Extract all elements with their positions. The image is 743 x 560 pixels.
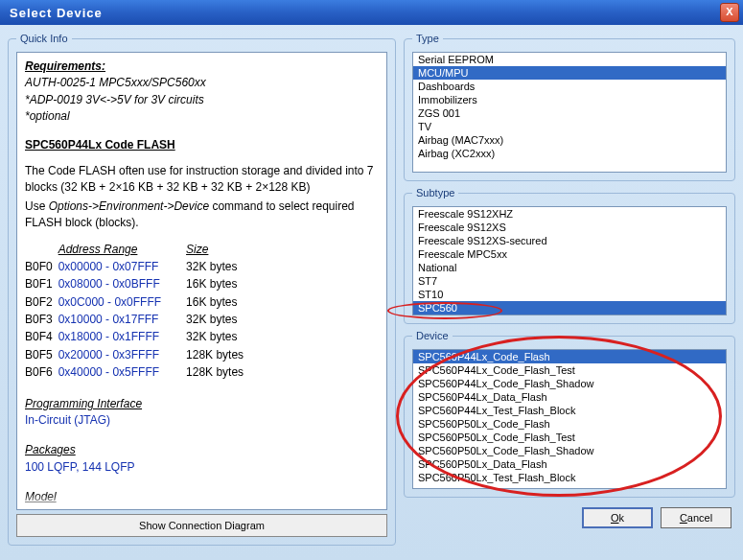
- right-column: Type Serial EEPROMMCU/MPUDashboardsImmob…: [404, 33, 735, 552]
- programming-interface-title: Programming Interface: [25, 396, 379, 412]
- list-item[interactable]: SPC560P44Lx_Code_Flash: [413, 350, 726, 363]
- list-item[interactable]: SPC560P50Lx_Code_Flash_Test: [413, 431, 726, 444]
- list-item[interactable]: SPC560P50Lx_Code_Flash: [413, 417, 726, 431]
- table-row: B0F50x20000 - 0x3FFFF128K bytes: [25, 347, 249, 364]
- close-button[interactable]: X: [720, 3, 739, 22]
- list-item[interactable]: ST7: [413, 274, 726, 288]
- list-item[interactable]: SPC560P44Lx_Test_Flash_Block: [413, 404, 726, 417]
- quick-info-legend: Quick Info: [16, 33, 72, 44]
- list-item[interactable]: Freescale 9S12XS: [413, 221, 726, 234]
- device-listbox[interactable]: SPC560P44Lx_Code_FlashSPC560P44Lx_Code_F…: [412, 349, 727, 489]
- table-row: B0F20x0C000 - 0x0FFFF16K bytes: [25, 294, 249, 312]
- quick-info-text: Requirements: AUTH-0025-1 MPC5xxx/SPC560…: [16, 52, 387, 510]
- device-group: Device SPC560P44Lx_Code_FlashSPC560P44Lx…: [404, 330, 735, 498]
- address-table: Address Range Size B0F00x00000 - 0x07FFF…: [25, 242, 249, 383]
- device-legend: Device: [412, 330, 453, 341]
- list-item[interactable]: SPC560: [413, 301, 726, 315]
- window-title: Select Device: [4, 6, 720, 20]
- table-row: B0F60x40000 - 0x5FFFF128K bytes: [25, 364, 249, 382]
- ok-button[interactable]: Ok: [582, 507, 653, 528]
- requirement-line: *optional: [25, 109, 70, 123]
- list-item[interactable]: Immobilizers: [413, 93, 726, 106]
- description-2: Use Options->Environment->Device command…: [25, 198, 379, 232]
- table-row: B0F10x08000 - 0x0BFFF16K bytes: [25, 276, 249, 293]
- show-connection-diagram-button[interactable]: Show Connection Diagram: [16, 514, 387, 537]
- list-item[interactable]: Freescale 9S12XS-secured: [413, 234, 726, 247]
- subtype-group: Subtype Freescale 9S12XHZFreescale 9S12X…: [404, 187, 735, 324]
- quick-info-group: Quick Info Requirements: AUTH-0025-1 MPC…: [8, 33, 396, 546]
- description-1: The Code FLASH often use for instruction…: [25, 163, 379, 197]
- device-title: SPC560P44Lx Code FLASH: [25, 137, 379, 153]
- requirements-title: Requirements:: [25, 59, 105, 73]
- list-item[interactable]: SPC560P44Lx_Code_Flash_Shadow: [413, 377, 726, 390]
- list-item[interactable]: Freescale MPC5xx: [413, 247, 726, 261]
- type-group: Type Serial EEPROMMCU/MPUDashboardsImmob…: [404, 33, 735, 181]
- list-item[interactable]: Serial EEPROM: [413, 53, 726, 66]
- table-header-row: Address Range Size: [25, 242, 249, 259]
- list-item[interactable]: National: [413, 261, 726, 274]
- titlebar: Select Device X: [0, 0, 743, 25]
- subtype-legend: Subtype: [412, 187, 458, 198]
- list-item[interactable]: Texas Instruments: [413, 315, 726, 315]
- list-item[interactable]: Airbag (MAC7xxx): [413, 133, 726, 147]
- list-item[interactable]: Freescale 9S12XHZ: [413, 207, 726, 221]
- cancel-button[interactable]: Cancel: [661, 507, 731, 528]
- list-item[interactable]: ST10: [413, 288, 726, 301]
- list-item[interactable]: MCU/MPU: [413, 66, 726, 80]
- client-area: Quick Info Requirements: AUTH-0025-1 MPC…: [0, 25, 743, 560]
- table-row: B0F30x10000 - 0x17FFF32K bytes: [25, 312, 249, 329]
- dialog-button-row: Ok Cancel: [404, 503, 735, 528]
- subtype-listbox[interactable]: Freescale 9S12XHZFreescale 9S12XSFreesca…: [412, 206, 727, 315]
- table-row: B0F40x18000 - 0x1FFFF32K bytes: [25, 329, 249, 346]
- list-item[interactable]: Airbag (XC2xxx): [413, 147, 726, 160]
- requirement-line: AUTH-0025-1 MPC5xxx/SPC560xx: [25, 76, 206, 89]
- fade-overlay: [17, 494, 386, 509]
- list-item[interactable]: TV: [413, 120, 726, 133]
- list-item[interactable]: SPC560P50Lx_Code_Flash_Shadow: [413, 444, 726, 457]
- type-legend: Type: [412, 33, 443, 44]
- left-column: Quick Info Requirements: AUTH-0025-1 MPC…: [8, 33, 396, 552]
- list-item[interactable]: SPC560P44Lx_Code_Flash_Test: [413, 363, 726, 377]
- packages-value: 100 LQFP, 144 LQFP: [25, 460, 135, 474]
- list-item[interactable]: SPC560P44Lx_Data_Flash: [413, 390, 726, 404]
- type-listbox[interactable]: Serial EEPROMMCU/MPUDashboardsImmobilize…: [412, 52, 727, 173]
- list-item[interactable]: SPC560P50Lx_Data_Flash: [413, 457, 726, 471]
- requirement-line: *ADP-0019 3V<->5V for 3V circuits: [25, 93, 204, 106]
- packages-title: Packages: [25, 442, 379, 458]
- list-item[interactable]: SPC560P50Lx_Test_Flash_Block: [413, 471, 726, 484]
- table-row: B0F00x00000 - 0x07FFF32K bytes: [25, 259, 249, 276]
- list-item[interactable]: ZGS 001: [413, 106, 726, 120]
- programming-interface-value: In-Circuit (JTAG): [25, 413, 110, 427]
- device-area: Device SPC560P44Lx_Code_FlashSPC560P44Lx…: [404, 330, 735, 503]
- list-item[interactable]: Dashboards: [413, 80, 726, 93]
